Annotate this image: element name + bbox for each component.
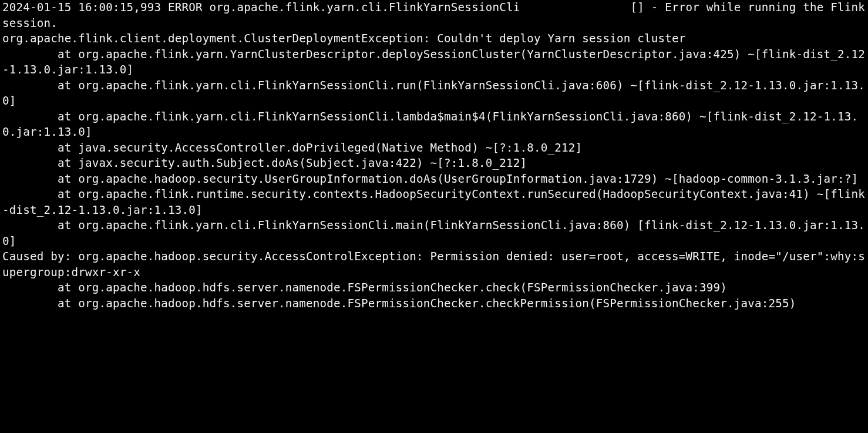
terminal-output[interactable]: 2024-01-15 16:00:15,993 ERROR org.apache… xyxy=(0,0,868,311)
